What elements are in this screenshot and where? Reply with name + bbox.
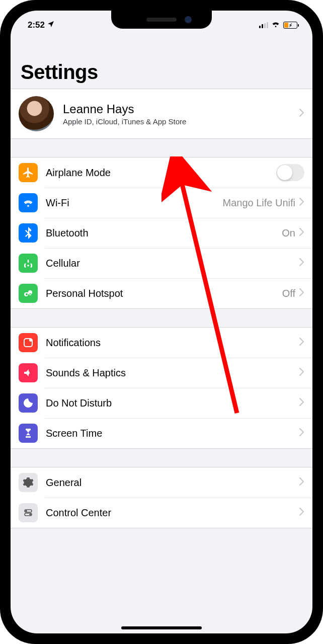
dnd-icon	[19, 393, 38, 413]
chevron-right-icon	[299, 398, 304, 408]
screen: 2:52 ⚡︎	[11, 11, 312, 633]
bluetooth-row[interactable]: Bluetooth On	[11, 218, 312, 248]
settings-content[interactable]: Settings Leanne Hays Apple ID, iCloud, i…	[11, 11, 312, 633]
dnd-row[interactable]: Do Not Disturb	[11, 388, 312, 418]
connectivity-group: Airplane Mode Wi-Fi Mango Life Unifi	[11, 157, 312, 309]
row-label: Screen Time	[46, 428, 299, 439]
volume-down-button	[0, 191, 1, 231]
chevron-right-icon	[299, 288, 304, 298]
row-label: Cellular	[46, 258, 299, 269]
row-label: General	[46, 477, 299, 489]
location-icon	[47, 20, 55, 31]
alerts-group: Notifications Sounds & Haptics	[11, 327, 312, 449]
chevron-right-icon	[299, 338, 304, 348]
row-label: Sounds & Haptics	[46, 367, 299, 379]
svg-point-5	[29, 514, 31, 516]
row-label: Notifications	[46, 337, 299, 349]
hotspot-icon	[19, 284, 38, 303]
system-group: General Control Center	[11, 467, 312, 528]
wifi-settings-icon	[19, 193, 38, 212]
chevron-right-icon	[299, 368, 304, 378]
row-label: Control Center	[46, 507, 299, 519]
sounds-icon	[19, 363, 38, 382]
chevron-right-icon	[299, 508, 304, 518]
cellular-icon	[19, 254, 38, 273]
row-label: Wi-Fi	[46, 197, 222, 209]
wifi-icon	[271, 20, 280, 31]
profile-group: Leanne Hays Apple ID, iCloud, iTunes & A…	[11, 89, 312, 139]
chevron-right-icon	[299, 258, 304, 268]
chevron-right-icon	[299, 477, 304, 488]
notch	[111, 11, 212, 29]
wifi-row[interactable]: Wi-Fi Mango Life Unifi	[11, 188, 312, 218]
home-indicator[interactable]	[121, 626, 202, 629]
airplane-toggle[interactable]	[276, 164, 304, 181]
screen-time-row[interactable]: Screen Time	[11, 418, 312, 448]
hotspot-row[interactable]: Personal Hotspot Off	[11, 278, 312, 308]
profile-subtitle: Apple ID, iCloud, iTunes & App Store	[63, 117, 299, 126]
row-label: Do Not Disturb	[46, 397, 299, 409]
avatar	[19, 96, 54, 131]
speaker-grille	[146, 18, 177, 22]
row-label: Personal Hotspot	[46, 288, 282, 299]
chevron-right-icon	[299, 109, 304, 119]
airplane-mode-row[interactable]: Airplane Mode	[11, 157, 312, 188]
notifications-row[interactable]: Notifications	[11, 328, 312, 358]
notifications-icon	[19, 333, 38, 352]
svg-point-3	[25, 510, 27, 512]
svg-point-1	[29, 339, 32, 342]
row-value: Off	[282, 288, 295, 299]
general-icon	[19, 473, 38, 492]
status-time: 2:52	[28, 20, 45, 30]
control-center-row[interactable]: Control Center	[11, 498, 312, 528]
general-row[interactable]: General	[11, 467, 312, 498]
page-title: Settings	[21, 61, 302, 84]
device-frame: 2:52 ⚡︎	[0, 0, 323, 644]
row-value: On	[282, 227, 295, 239]
sounds-row[interactable]: Sounds & Haptics	[11, 358, 312, 388]
row-value: Mango Life Unifi	[222, 197, 295, 209]
screen-time-icon	[19, 424, 38, 443]
bluetooth-icon	[19, 223, 38, 243]
mute-switch	[0, 106, 1, 126]
cellular-signal-icon	[259, 22, 268, 28]
profile-name: Leanne Hays	[63, 102, 299, 116]
chevron-right-icon	[299, 228, 304, 238]
row-label: Bluetooth	[46, 227, 282, 239]
control-center-icon	[19, 503, 38, 522]
chevron-right-icon	[299, 428, 304, 438]
volume-up-button	[0, 141, 1, 181]
battery-icon: ⚡︎	[283, 22, 297, 29]
apple-id-row[interactable]: Leanne Hays Apple ID, iCloud, iTunes & A…	[11, 89, 312, 138]
airplane-icon	[19, 163, 38, 182]
row-label: Airplane Mode	[46, 167, 276, 179]
chevron-right-icon	[299, 198, 304, 208]
front-camera	[185, 16, 192, 23]
cellular-row[interactable]: Cellular	[11, 248, 312, 278]
